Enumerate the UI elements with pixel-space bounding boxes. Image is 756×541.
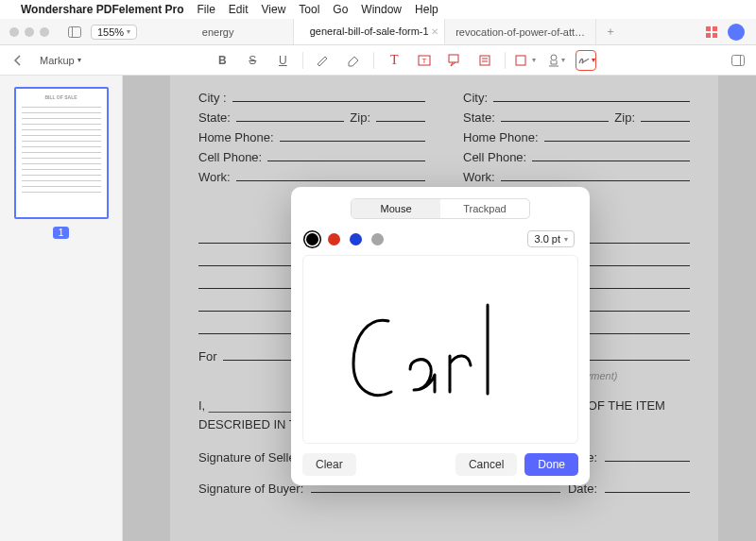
signature-modal: Mouse Trackpad 3.0 pt▾ Clear Cancel Done	[291, 187, 590, 485]
segment-mouse[interactable]: Mouse	[352, 199, 440, 218]
color-row: 3.0 pt▾	[302, 228, 578, 255]
traffic-lights[interactable]	[0, 27, 59, 37]
menu-file[interactable]: File	[198, 3, 215, 16]
tab-revocation[interactable]: revocation-of-power-of-att…	[445, 19, 596, 44]
panel-toggle-icon[interactable]	[728, 50, 748, 71]
page-number-badge: 1	[53, 227, 70, 239]
menu-window[interactable]: Window	[361, 3, 402, 16]
strikethrough-icon[interactable]: S	[242, 50, 263, 71]
color-black[interactable]	[306, 233, 318, 245]
sidebar-toggle-icon[interactable]	[64, 22, 85, 42]
bold-icon[interactable]: B	[212, 50, 232, 71]
eraser-icon[interactable]	[343, 50, 364, 71]
chevron-down-icon: ▾	[127, 27, 130, 36]
cancel-button[interactable]: Cancel	[455, 453, 517, 476]
underline-icon[interactable]: U	[272, 50, 293, 71]
svg-rect-8	[449, 55, 458, 62]
svg-rect-5	[713, 33, 717, 38]
svg-rect-0	[69, 26, 81, 37]
svg-rect-15	[732, 55, 745, 65]
menu-edit[interactable]: Edit	[229, 3, 249, 16]
highlighter-icon[interactable]	[313, 50, 334, 71]
window-titlebar: 155%▾ energy general-bill-of-sale-form-1…	[0, 19, 756, 45]
signature-drawing	[336, 279, 544, 420]
app-grid-icon[interactable]	[705, 25, 718, 39]
text-icon[interactable]: T	[384, 50, 404, 71]
thumbnail-sidebar: BILL OF SALE 1	[0, 76, 123, 541]
tab-energy[interactable]: energy	[143, 19, 294, 44]
mode-dropdown[interactable]: Markup▾	[40, 55, 81, 66]
color-blue[interactable]	[350, 233, 362, 245]
user-avatar[interactable]	[728, 24, 745, 41]
svg-rect-2	[706, 26, 711, 31]
note-icon[interactable]	[474, 50, 495, 71]
menu-go[interactable]: Go	[333, 3, 348, 16]
segment-trackpad[interactable]: Trackpad	[440, 199, 529, 218]
input-mode-segment[interactable]: Mouse Trackpad	[351, 198, 530, 219]
stroke-width-select[interactable]: 3.0 pt▾	[527, 230, 575, 247]
menu-help[interactable]: Help	[415, 3, 438, 16]
signature-canvas[interactable]	[302, 255, 578, 444]
svg-rect-4	[706, 33, 711, 38]
mac-menubar: Wondershare PDFelement Pro File Edit Vie…	[0, 0, 756, 19]
signature-dropdown[interactable]: ▾	[576, 50, 596, 71]
clear-button[interactable]: Clear	[302, 453, 356, 476]
color-gray[interactable]	[371, 233, 384, 245]
page-thumbnail-1[interactable]: BILL OF SALE	[14, 87, 109, 219]
document-tabs: energy general-bill-of-sale-form-1✕ revo…	[143, 19, 694, 44]
svg-rect-9	[480, 56, 490, 65]
done-button[interactable]: Done	[524, 453, 578, 476]
zoom-level[interactable]: 155%▾	[91, 25, 137, 40]
color-red[interactable]	[328, 233, 340, 245]
close-tab-icon[interactable]: ✕	[431, 26, 438, 37]
callout-icon[interactable]	[444, 50, 465, 71]
back-button[interactable]	[8, 50, 28, 71]
tab-general-bill-of-sale[interactable]: general-bill-of-sale-form-1✕	[294, 19, 445, 44]
svg-text:T: T	[422, 57, 427, 65]
app-name[interactable]: Wondershare PDFelement Pro	[21, 3, 184, 16]
svg-rect-3	[713, 26, 717, 31]
text-box-icon[interactable]: T	[414, 50, 435, 71]
stamp-dropdown[interactable]: ▾	[545, 50, 566, 71]
shape-dropdown[interactable]: ▾	[515, 50, 536, 71]
svg-rect-12	[516, 56, 525, 65]
new-tab-button[interactable]: ＋	[596, 19, 625, 44]
svg-point-13	[551, 55, 557, 60]
menu-tool[interactable]: Tool	[299, 3, 319, 16]
menu-view[interactable]: View	[262, 3, 286, 16]
markup-toolbar: Markup▾ B S U T T ▾ ▾ ▾	[0, 45, 756, 76]
modal-buttons: Clear Cancel Done	[302, 453, 578, 476]
